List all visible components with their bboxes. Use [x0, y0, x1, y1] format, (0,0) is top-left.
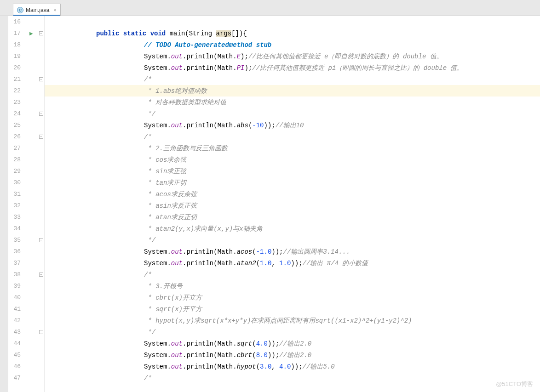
code-line[interactable]: System.out.println(Math.cbrt(8.0));//输出2…	[45, 349, 540, 361]
gutter-icon-cell	[24, 257, 38, 269]
fold-cell	[38, 315, 44, 326]
gutter-icon-cell	[24, 200, 38, 211]
fold-open-icon[interactable]: −	[39, 31, 43, 35]
tab-label: Main.java	[26, 7, 49, 13]
gutter-icon-cell	[24, 292, 38, 303]
tab-main-java[interactable]: C Main.java ×	[13, 4, 61, 16]
code-line[interactable]: * 2.三角函数与反三角函数	[45, 142, 540, 154]
line-number: 16	[8, 16, 24, 28]
fold-cell	[38, 280, 44, 292]
fold-close-icon[interactable]: −	[39, 330, 43, 334]
line-number: 40	[8, 292, 24, 303]
code-line[interactable]: System.out.println(Math.acos(-1.0));//输出…	[45, 246, 540, 257]
code-line[interactable]: * 对各种数据类型求绝对值	[45, 97, 540, 108]
line-number: 38	[8, 269, 24, 280]
fold-cell	[38, 349, 44, 361]
gutter-icon-cell	[24, 361, 38, 372]
line-number: 33	[8, 211, 24, 223]
code-line[interactable]: * atan2(y,x)求向量(x,y)与x轴夹角	[45, 223, 540, 234]
line-number: 24	[8, 108, 24, 119]
code-line[interactable]: /*	[45, 372, 540, 384]
line-number: 42	[8, 315, 24, 326]
gutter-icon-cell	[24, 154, 38, 165]
gutter-icon-cell	[24, 108, 38, 119]
code-line[interactable]: System.out.println(Math.atan2(1.0, 1.0))…	[45, 257, 540, 269]
fold-cell	[38, 246, 44, 257]
code-line[interactable]: * sqrt(x)开平方	[45, 303, 540, 315]
gutter-icon-cell	[24, 303, 38, 315]
code-line[interactable]: /*	[45, 269, 540, 280]
code-line[interactable]: // TODO Auto-generatedmethod stub	[45, 39, 540, 51]
fold-cell	[38, 188, 44, 200]
code-line[interactable]: System.out.println(Math.PI);//比任何其他值都更接近…	[45, 62, 540, 74]
fold-cell	[38, 62, 44, 74]
fold-cell: −	[38, 234, 44, 246]
fold-cell	[38, 372, 44, 384]
gutter-icon-cell	[24, 177, 38, 188]
top-spacer	[0, 0, 540, 3]
gutter-icon-column: ▶	[24, 16, 38, 392]
line-number: 27	[8, 142, 24, 154]
fold-cell: −	[38, 326, 44, 338]
gutter-icon-cell	[24, 131, 38, 142]
code-line[interactable]: * atan求反正切	[45, 211, 540, 223]
fold-cell	[38, 85, 44, 97]
gutter-icon-cell	[24, 349, 38, 361]
gutter-icon-cell	[24, 39, 38, 51]
run-icon[interactable]: ▶	[29, 31, 33, 36]
code-line[interactable]: * cos求余弦	[45, 154, 540, 165]
code-area[interactable]: public static void main(String args[]){/…	[45, 16, 540, 392]
fold-cell	[38, 211, 44, 223]
line-number: 44	[8, 338, 24, 349]
fold-cell: −	[38, 131, 44, 142]
line-number: 36	[8, 246, 24, 257]
line-number: 31	[8, 188, 24, 200]
code-line[interactable]: * 3.开根号	[45, 280, 540, 292]
code-line[interactable]: System.out.println(Math.abs(-10));//输出10	[45, 119, 540, 131]
fold-cell	[38, 119, 44, 131]
code-line[interactable]: * hypot(x,y)求sqrt(x*x+y*y)在求两点间距离时有用sqrt…	[45, 315, 540, 326]
close-icon[interactable]: ×	[53, 7, 56, 13]
code-line[interactable]: * 1.abs绝对值函数	[45, 85, 540, 97]
line-number: 47	[8, 372, 24, 384]
line-number: 45	[8, 349, 24, 361]
code-line[interactable]: */	[45, 108, 540, 119]
line-number-gutter: 1617181920212223242526272829303132333435…	[8, 16, 24, 392]
code-line[interactable]: /*	[45, 131, 540, 142]
fold-close-icon[interactable]: −	[39, 112, 43, 116]
fold-cell	[38, 338, 44, 349]
left-tool-strip	[0, 16, 8, 392]
code-line[interactable]: System.out.println(Math.hypot(3.0, 4.0))…	[45, 361, 540, 372]
fold-open-icon[interactable]: −	[39, 77, 43, 81]
fold-close-icon[interactable]: −	[39, 238, 43, 242]
code-line[interactable]: * asin求反正弦	[45, 200, 540, 211]
code-line[interactable]: * tan求正切	[45, 177, 540, 188]
code-line[interactable]: public static void main(String args[]){	[45, 28, 540, 39]
fold-open-icon[interactable]: −	[39, 273, 43, 277]
code-line[interactable]: * cbrt(x)开立方	[45, 292, 540, 303]
fold-cell: −	[38, 108, 44, 119]
code-line[interactable]: /*	[45, 74, 540, 85]
code-line[interactable]: */	[45, 326, 540, 338]
svg-text:C: C	[19, 8, 22, 12]
line-number: 37	[8, 257, 24, 269]
line-number: 41	[8, 303, 24, 315]
line-number: 28	[8, 154, 24, 165]
code-line[interactable]: * acos求反余弦	[45, 188, 540, 200]
line-number: 34	[8, 223, 24, 234]
code-line[interactable]: System.out.println(Math.sqrt(4.0));//输出2…	[45, 338, 540, 349]
line-number: 21	[8, 74, 24, 85]
gutter-icon-cell	[24, 188, 38, 200]
code-line[interactable]: * sin求正弦	[45, 165, 540, 177]
fold-open-icon[interactable]: −	[39, 135, 43, 139]
code-line[interactable]	[45, 16, 540, 28]
gutter-icon-cell	[24, 315, 38, 326]
code-line[interactable]: System.out.println(Math.E);//比任何其他值都更接近 …	[45, 51, 540, 62]
gutter-icon-cell	[24, 326, 38, 338]
code-line[interactable]: */	[45, 234, 540, 246]
java-class-icon: C	[17, 7, 23, 13]
line-number: 26	[8, 131, 24, 142]
fold-cell	[38, 142, 44, 154]
gutter-icon-cell	[24, 51, 38, 62]
gutter-icon-cell	[24, 234, 38, 246]
